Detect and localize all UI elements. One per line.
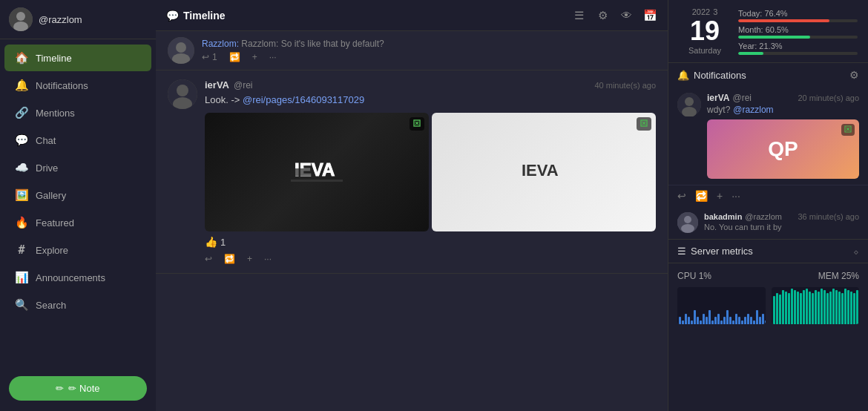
metrics-header: ☰ Server metrics ⬦ — [668, 240, 868, 263]
svg-point-1 — [16, 12, 25, 21]
notifications-title: 🔔 Notifications — [677, 70, 746, 81]
note-button[interactable]: ✏ ✏ Note — [9, 376, 147, 401]
sidebar-item-notifications[interactable]: 🔔 Notifications — [4, 72, 151, 99]
gallery-icon: 🖼️ — [15, 188, 28, 202]
list-icon[interactable]: ☰ — [571, 8, 586, 23]
plus-icon: + — [247, 254, 252, 264]
notif-handle: @rei — [732, 93, 752, 103]
stat-today-bar — [738, 19, 858, 22]
metrics-expand-icon[interactable]: ⬦ — [853, 246, 859, 257]
mem-bar — [841, 293, 844, 324]
mem-bar — [829, 292, 832, 324]
mem-chart — [772, 287, 860, 324]
cpu-bars — [677, 287, 766, 324]
sidebar-item-explore[interactable]: # Explore — [4, 237, 151, 263]
sidebar-item-search[interactable]: 🔍 Search — [4, 292, 151, 318]
more-action[interactable]: ··· — [269, 52, 277, 62]
mem-bar — [794, 290, 796, 324]
metrics-title: ☰ Server metrics — [677, 246, 753, 257]
mem-bar — [776, 293, 778, 324]
notif-reply-action[interactable]: ↩ — [677, 190, 686, 202]
prev-post: Razzlom: Razzlom: So it's like that by d… — [156, 31, 668, 70]
announcements-icon: 📊 — [15, 271, 28, 284]
cpu-bar — [711, 320, 714, 324]
post-handle: @rei — [234, 80, 253, 91]
header-icons: ☰ ⚙ 👁 📅 — [571, 8, 657, 23]
repost-action[interactable]: 🔁 — [229, 52, 240, 62]
qp-image: QP — [707, 119, 859, 179]
reply-action[interactable]: ↩ 1 — [202, 52, 217, 62]
post-image-2[interactable]: IEVA — [432, 113, 656, 231]
gear-icon[interactable]: ⚙ — [595, 8, 610, 23]
feed: Razzlom: Razzlom: So it's like that by d… — [156, 31, 668, 411]
stat-month-fill — [738, 36, 810, 39]
cpu-bar — [700, 320, 702, 324]
cpu-bar — [720, 320, 723, 324]
cpu-bar — [753, 320, 755, 324]
cpu-bar — [706, 317, 708, 324]
reply-action[interactable]: ↩ — [205, 254, 212, 264]
reaction-emoji: 👍 — [205, 236, 217, 248]
page-title: Timeline — [183, 10, 226, 22]
sidebar-item-announcements[interactable]: 📊 Announcements — [4, 264, 151, 291]
sidebar: @razzlom 🏠 Timeline 🔔 Notifications 🔗 Me… — [0, 0, 156, 411]
avatar — [9, 7, 33, 31]
sidebar-item-gallery[interactable]: 🖼️ Gallery — [4, 182, 151, 208]
more-action[interactable]: ··· — [264, 254, 272, 264]
eye-slash-icon[interactable]: 👁 — [619, 8, 634, 23]
sidebar-user[interactable]: @razzlom — [0, 0, 156, 39]
prev-post-avatar — [168, 37, 194, 64]
mention-icon: 🔗 — [15, 106, 28, 119]
mem-label: MEM 25% — [818, 271, 859, 281]
image-badge-1 — [410, 117, 424, 131]
mem-bar — [838, 292, 841, 324]
notif-time: 20 minute(s) ago — [798, 93, 859, 102]
sidebar-username: @razzlom — [39, 14, 82, 25]
sidebar-item-label: Notifications — [36, 80, 88, 91]
stat-year-fill — [738, 52, 763, 55]
dots-icon: ··· — [264, 254, 272, 264]
cpu-bar — [735, 314, 737, 324]
date-weekday: Saturday — [688, 46, 721, 55]
cpu-bar — [691, 320, 693, 324]
sidebar-item-featured[interactable]: 🔥 Featured — [4, 209, 151, 236]
cpu-bar — [747, 314, 749, 324]
mem-bar — [797, 292, 799, 324]
mem-bar — [823, 290, 826, 324]
notif2-text: No. You can turn it by — [704, 223, 859, 231]
mem-bar — [818, 292, 820, 324]
mem-bar — [773, 296, 775, 324]
sidebar-item-label: Search — [36, 300, 66, 311]
calendar-icon[interactable]: 📅 — [642, 8, 657, 23]
server-icon: ☰ — [677, 246, 686, 257]
metrics-section: ☰ Server metrics ⬦ CPU 1% MEM 25% — [668, 240, 868, 411]
notif-body-1: ierVA @rei 20 minute(s) ago wdyt? @razzl… — [707, 93, 859, 179]
repost-action[interactable]: 🔁 — [224, 254, 235, 264]
cpu-bar — [750, 317, 752, 324]
notif2-name: bakadmin — [704, 212, 742, 221]
prev-post-text: Razzlom: So it's like that by default? — [241, 39, 384, 49]
stat-today: Today: 76.4% — [738, 9, 858, 22]
notifications-settings-icon[interactable]: ⚙ — [849, 69, 859, 81]
sidebar-item-drive[interactable]: ☁️ Drive — [4, 154, 151, 181]
search-icon: 🔍 — [15, 298, 28, 312]
post-display-name: ierVA — [205, 79, 229, 91]
right-panel: 2022 3 19 Saturday Today: 76.4% Month: 6… — [668, 0, 868, 411]
stat-year: Year: 21.3% — [738, 42, 858, 55]
mem-bar — [788, 293, 790, 324]
notif-add-action[interactable]: + — [717, 190, 723, 202]
sidebar-item-mentions[interactable]: 🔗 Mentions — [4, 99, 151, 126]
notif-more-action[interactable]: ··· — [731, 190, 740, 202]
post-link[interactable]: @rei/pages/1646093117029 — [243, 94, 364, 105]
cpu-bar — [732, 320, 734, 324]
notif-names-2: bakadmin @razzlom 36 minute(s) ago — [704, 212, 859, 221]
cpu-bar — [762, 314, 764, 324]
svg-point-18 — [685, 97, 694, 106]
notif-repost-action[interactable]: 🔁 — [695, 190, 708, 202]
sidebar-item-chat[interactable]: 💬 Chat — [4, 127, 151, 154]
add-action[interactable]: + — [247, 254, 252, 264]
plus-action[interactable]: + — [252, 52, 257, 62]
cpu-bar — [726, 310, 729, 324]
sidebar-item-timeline[interactable]: 🏠 Timeline — [4, 45, 151, 71]
post-image-1[interactable]: IEVA — [205, 113, 429, 231]
